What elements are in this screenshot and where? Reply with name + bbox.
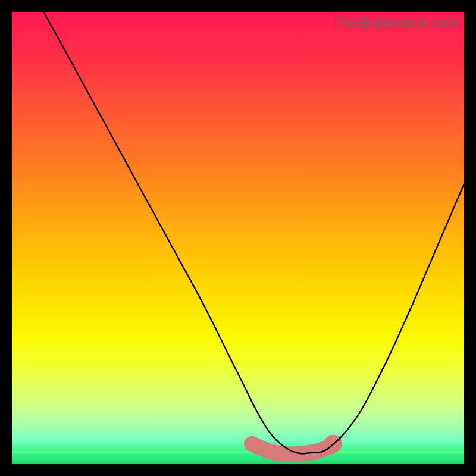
plot-area: TheBottleneck.com: [12, 12, 464, 464]
bottleneck-curve: [43, 12, 464, 453]
chart-svg: [12, 12, 464, 464]
